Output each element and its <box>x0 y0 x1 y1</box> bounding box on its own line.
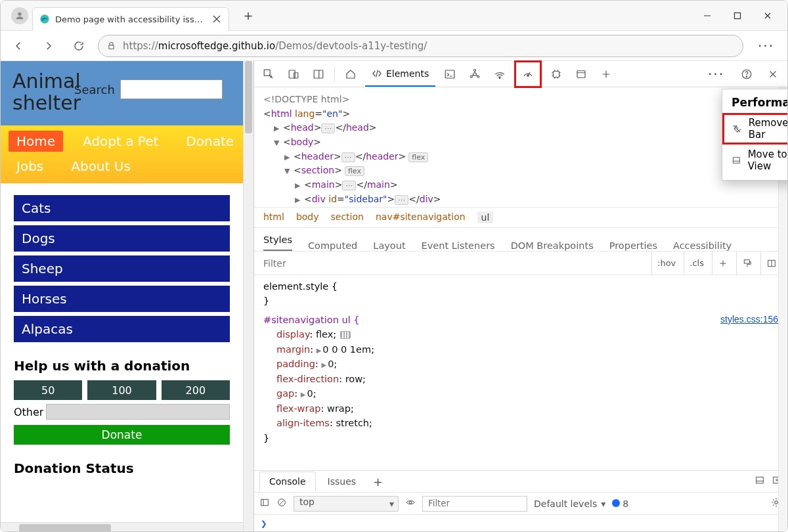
styles-filter-input[interactable] <box>254 258 651 269</box>
source-link[interactable]: styles.css:156 <box>720 313 778 327</box>
svg-rect-15 <box>554 71 559 77</box>
svg-point-9 <box>473 72 477 76</box>
code-icon <box>372 68 382 79</box>
maximize-button[interactable] <box>723 5 752 26</box>
performance-icon[interactable] <box>517 64 538 85</box>
nav-about[interactable]: About Us <box>63 156 139 177</box>
svg-rect-6 <box>294 72 298 78</box>
svg-point-26 <box>409 501 412 504</box>
refresh-button[interactable] <box>68 35 90 57</box>
cat-alpacas[interactable]: Alpacas <box>14 316 230 342</box>
address-bar[interactable]: https://microsoftedge.github.io/Demos/de… <box>98 35 743 57</box>
cat-sheep[interactable]: Sheep <box>14 255 230 282</box>
minimize-button[interactable] <box>693 5 722 26</box>
welcome-icon[interactable] <box>340 64 361 85</box>
breadcrumbs[interactable]: html body section nav#sitenavigation ul <box>254 207 787 228</box>
nav-jobs[interactable]: Jobs <box>9 156 51 177</box>
console-prompt[interactable]: ❯ <box>254 515 787 532</box>
amount-200[interactable]: 200 <box>162 380 230 400</box>
forward-button[interactable] <box>37 35 60 57</box>
page-viewport: Animalshelter Search Home Adopt a Pet Do… <box>1 61 253 532</box>
memory-icon[interactable] <box>546 64 567 85</box>
cat-cats[interactable]: Cats <box>14 195 230 221</box>
amount-50[interactable]: 50 <box>14 380 82 400</box>
network-icon[interactable] <box>489 64 510 85</box>
sidebar-toggle-icon[interactable] <box>259 497 270 510</box>
drawer-expand-icon[interactable] <box>755 475 765 488</box>
nav-adopt[interactable]: Adopt a Pet <box>75 131 166 152</box>
svg-rect-3 <box>109 45 114 49</box>
titlebar: Demo page with accessibility issues + <box>1 1 787 31</box>
panel-bottom-icon <box>732 155 741 166</box>
paint-icon[interactable] <box>736 252 758 275</box>
context-menu-remove[interactable]: Remove from Activity Bar <box>722 113 788 144</box>
performance-icon-highlight <box>514 60 542 88</box>
context-select[interactable]: top <box>294 496 399 512</box>
page-vertical-scrollbar[interactable] <box>243 61 253 532</box>
application-icon[interactable] <box>571 64 592 85</box>
svg-rect-7 <box>314 70 323 78</box>
console-icon[interactable] <box>439 64 460 85</box>
dom-tree[interactable]: <!DOCTYPE html> <html lang="en"> ▶<head>… <box>254 87 787 207</box>
console-filter-input[interactable] <box>422 496 527 512</box>
svg-rect-20 <box>744 259 749 263</box>
amount-100[interactable]: 100 <box>87 380 156 400</box>
device-icon[interactable] <box>283 64 304 85</box>
svg-point-13 <box>500 78 501 79</box>
other-label: Other <box>14 406 43 418</box>
cls-toggle[interactable]: .cls <box>684 252 709 275</box>
svg-point-14 <box>527 75 529 76</box>
site-nav: Home Adopt a Pet Donate Jobs About Us <box>1 125 243 183</box>
svg-rect-2 <box>735 12 741 18</box>
styles-body[interactable]: element.style { } styles.css:156#sitenav… <box>254 275 787 470</box>
more-tools-icon[interactable] <box>596 64 617 85</box>
status-heading: Donation Status <box>14 460 230 476</box>
donate-button[interactable]: Donate <box>14 425 230 445</box>
live-expression-icon[interactable] <box>405 497 416 510</box>
close-window-button[interactable] <box>753 5 782 26</box>
cat-horses[interactable]: Horses <box>14 286 230 312</box>
help-icon[interactable] <box>736 64 757 85</box>
clear-console-icon[interactable] <box>276 497 287 510</box>
svg-rect-19 <box>733 158 739 164</box>
donate-heading: Help us with a donation <box>14 358 230 374</box>
devtools-menu-button[interactable]: ··· <box>701 66 731 82</box>
nav-donate[interactable]: Donate <box>178 131 242 152</box>
close-icon[interactable] <box>211 14 222 24</box>
svg-rect-24 <box>261 499 269 505</box>
page-horizontal-scrollbar[interactable] <box>1 522 243 532</box>
nav-home[interactable]: Home <box>9 131 63 152</box>
levels-select[interactable]: Default levels <box>534 499 605 509</box>
search-input[interactable] <box>120 79 223 99</box>
other-input[interactable] <box>46 404 230 420</box>
sources-icon[interactable] <box>464 64 485 85</box>
close-devtools-button[interactable] <box>762 64 783 85</box>
cat-dogs[interactable]: Dogs <box>14 225 230 252</box>
profile-avatar[interactable] <box>11 7 28 24</box>
inspect-icon[interactable] <box>258 64 279 85</box>
lock-icon <box>106 41 116 51</box>
unpin-icon <box>732 123 742 134</box>
dock-icon[interactable] <box>308 64 329 85</box>
drawer-tabs: Console Issues + <box>254 470 787 493</box>
browser-tab[interactable]: Demo page with accessibility issues <box>32 7 229 31</box>
context-menu-title: Performance <box>722 95 788 113</box>
new-tab-button[interactable]: + <box>238 6 258 26</box>
elements-tab[interactable]: Elements <box>365 61 435 87</box>
console-filter-row: top Default levels 8 <box>254 493 787 515</box>
context-menu-move[interactable]: Move to bottom Quick View <box>722 144 788 176</box>
svg-point-0 <box>18 12 21 15</box>
browser-toolbar: https://microsoftedge.github.io/Demos/de… <box>1 31 787 61</box>
drawer-add-tab[interactable]: + <box>368 475 388 489</box>
browser-menu-button[interactable]: ··· <box>751 38 781 54</box>
back-button[interactable] <box>7 35 30 57</box>
search-label: Search <box>74 83 115 97</box>
drawer-console-tab[interactable]: Console <box>259 472 316 492</box>
new-rule-button[interactable] <box>712 252 733 275</box>
styles-filter-row: :hov .cls <box>254 252 787 275</box>
context-menu: Performance Remove from Activity Bar Mov… <box>722 89 788 181</box>
drawer-issues-tab[interactable]: Issues <box>318 472 366 491</box>
issues-badge[interactable]: 8 <box>612 499 628 509</box>
styles-tabs[interactable]: Styles Computed Layout Event Listeners D… <box>254 228 787 252</box>
hov-toggle[interactable]: :hov <box>651 252 681 275</box>
